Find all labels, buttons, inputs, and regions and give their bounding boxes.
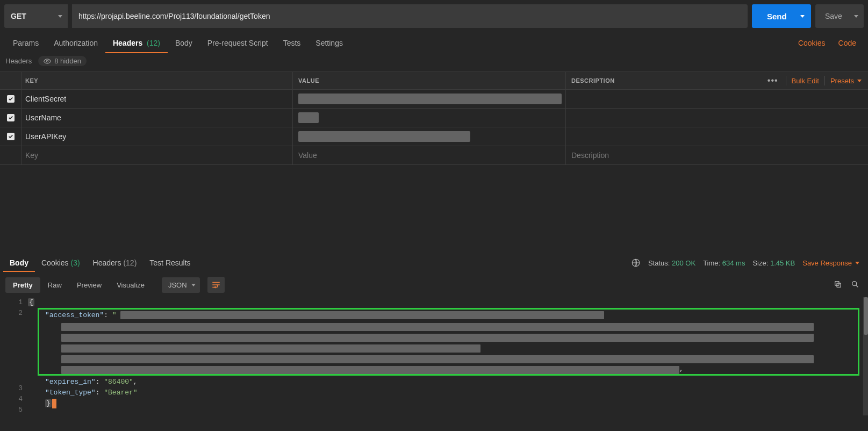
chevron-down-icon [58,15,62,18]
table-row-placeholder: Key Value Description [0,146,868,165]
chevron-down-icon [857,80,862,82]
tab-headers[interactable]: Headers (12) [105,33,168,53]
chevron-down-icon [191,284,196,286]
send-button-label: Send [767,12,787,21]
rtab-testresults[interactable]: Test Results [143,254,197,271]
svg-point-6 [852,281,857,285]
line-gutter: 1 2 3 4 5 [0,297,28,415]
header-key[interactable]: UserName [25,113,61,122]
redacted-token [61,355,814,363]
tab-prerequest[interactable]: Pre-request Script [200,33,276,53]
save-button-label: Save [825,12,842,20]
active-tab-underline [105,52,168,53]
desc-placeholder[interactable]: Description [571,151,609,160]
headers-table: KEY VALUE DESCRIPTION ••• Bulk Edit Pres… [0,71,868,165]
response-meta: Status: 200 OK Time: 634 ms Size: 1.45 K… [631,258,865,268]
row-checkbox[interactable] [7,95,15,103]
chevron-down-icon [854,15,858,18]
json-key: "token_type" [45,389,96,397]
redacted-token [61,334,814,342]
seg-pretty[interactable]: Pretty [5,277,40,293]
save-button[interactable]: Save [815,4,864,28]
text-cursor [52,399,56,408]
col-desc: DESCRIPTION [565,72,755,89]
cookies-link[interactable]: Cookies [792,33,832,53]
http-method-select[interactable]: GET [4,4,68,28]
headers-table-head: KEY VALUE DESCRIPTION ••• Bulk Edit Pres… [0,72,868,90]
url-input[interactable] [72,4,748,28]
tab-settings[interactable]: Settings [308,33,350,53]
redacted-token [61,323,814,331]
copy-icon[interactable] [830,280,845,290]
active-tab-underline [3,271,35,272]
json-key: "expires_in" [45,378,96,386]
seg-preview[interactable]: Preview [69,277,109,293]
rtab-cookies[interactable]: Cookies (3) [35,254,87,271]
code-link[interactable]: Code [832,33,863,53]
col-key: KEY [21,72,292,89]
chevron-down-icon [855,262,859,264]
redacted-value[interactable] [298,131,470,142]
col-value: VALUE [292,72,565,89]
save-response-dropdown[interactable]: Save Response [802,259,865,267]
header-desc[interactable] [565,109,868,127]
header-key[interactable]: ClientSecret [25,95,66,103]
header-desc[interactable] [565,127,868,146]
headers-label: Headers [5,57,32,65]
tab-body[interactable]: Body [168,33,200,53]
presets-dropdown[interactable]: Presets [830,77,862,85]
rtab-body[interactable]: Body [3,254,35,271]
header-desc[interactable] [565,90,868,108]
row-checkbox[interactable] [7,114,15,121]
scrollbar[interactable] [863,297,868,415]
rtab-headers[interactable]: Headers (12) [87,254,144,271]
headers-subheader: Headers 8 hidden [0,54,868,71]
header-key[interactable]: UserAPIKey [25,132,66,141]
seg-raw[interactable]: Raw [40,277,69,293]
format-select[interactable]: JSON [162,277,200,293]
view-mode-segments: Pretty Raw Preview Visualize [5,277,152,293]
value-placeholder[interactable]: Value [298,151,317,160]
chevron-down-icon [800,15,805,18]
json-key: "access_token" [45,311,104,319]
hidden-headers-toggle[interactable]: 8 hidden [38,56,87,66]
json-value: "86400" [104,378,133,386]
request-tabs: Params Authorization Headers (12) Body P… [0,32,868,54]
wrap-lines-button[interactable] [207,277,225,293]
redacted-value[interactable] [298,112,319,123]
send-button[interactable]: Send [752,4,811,28]
svg-line-7 [856,285,858,287]
redacted-token [61,344,480,353]
redacted-value[interactable] [298,94,562,104]
scrollbar-thumb[interactable] [864,297,868,335]
search-icon[interactable] [848,280,863,290]
redacted-token [120,311,604,319]
table-row: ClientSecret [0,90,868,109]
response-toolbar: Pretty Raw Preview Visualize JSON [0,272,868,297]
tab-tests[interactable]: Tests [276,33,309,53]
json-value: "Bearer" [104,389,137,397]
bulk-edit-link[interactable]: Bulk Edit [792,77,819,85]
table-row: UserAPIKey [0,127,868,146]
table-row: UserName [0,109,868,127]
redacted-token [61,366,679,374]
tab-params[interactable]: Params [5,33,46,53]
svg-point-0 [46,60,48,62]
tab-authorization[interactable]: Authorization [46,33,105,53]
globe-icon[interactable] [631,258,641,268]
eye-icon [44,58,51,65]
row-checkbox[interactable] [7,133,15,140]
more-icon[interactable]: ••• [765,76,780,85]
response-tabs: Body Cookies (3) Headers (12) Test Resul… [0,253,868,272]
seg-visualize[interactable]: Visualize [109,277,152,293]
response-body[interactable]: 1 2 3 4 5 { "access_token": " , "expires… [0,297,868,415]
http-method-value: GET [11,12,26,20]
key-placeholder[interactable]: Key [25,151,38,160]
